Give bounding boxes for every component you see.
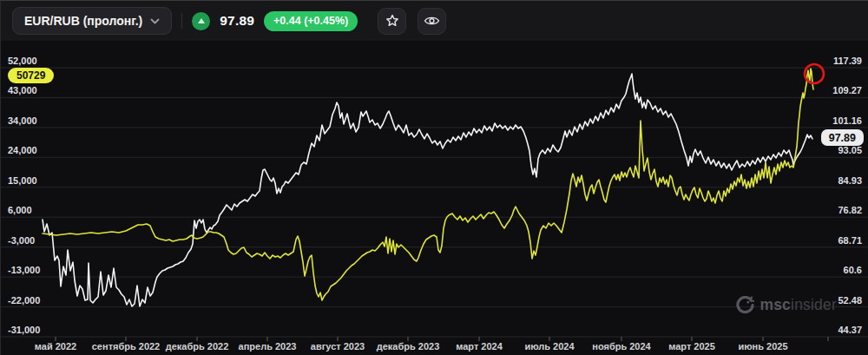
star-icon	[385, 14, 399, 28]
watermark-bold: msc	[760, 296, 791, 313]
trading-chart-window: EUR/RUB (пролонг.) 97.89 +0.44 (+0.45%)	[0, 0, 868, 355]
ticker-label: EUR/RUB (пролонг.)	[24, 14, 142, 28]
up-triangle-icon	[198, 18, 205, 23]
left-axis-current-badge: 50729	[8, 68, 54, 83]
watermark-text: mscinsider	[760, 296, 837, 314]
series-line-0	[43, 74, 812, 306]
toolbar: EUR/RUB (пролонг.) 97.89 +0.44 (+0.45%)	[1, 1, 868, 41]
chevron-down-icon	[150, 18, 160, 24]
ticker-selector[interactable]: EUR/RUB (пролонг.)	[12, 7, 172, 35]
current-price: 97.89	[220, 13, 254, 29]
right-axis-current-badge: 97.89	[821, 129, 864, 146]
watermark-light: insider	[791, 296, 837, 313]
watch-button[interactable]	[418, 8, 446, 35]
mscinsider-logo-icon	[736, 296, 754, 314]
price-up-icon	[192, 12, 210, 30]
toolbar-divider	[181, 13, 182, 29]
price-change-badge: +0.44 (+0.45%)	[264, 11, 358, 31]
eye-icon	[424, 15, 440, 27]
favorite-button[interactable]	[378, 8, 406, 35]
watermark: mscinsider	[736, 296, 837, 314]
series-line-1	[43, 69, 813, 300]
